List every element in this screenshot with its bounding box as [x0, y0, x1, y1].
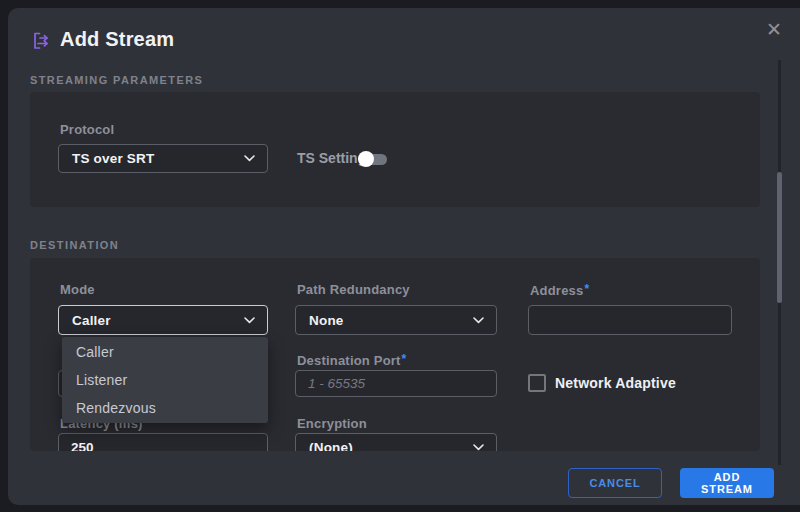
mode-option-listener[interactable]: Listener: [62, 366, 268, 394]
destination-heading: DESTINATION: [30, 239, 119, 251]
add-stream-modal: Add Stream ✕ STREAMING PARAMETERS Protoc…: [8, 8, 800, 505]
toggle-knob: [358, 151, 374, 167]
network-adaptive-checkbox-row[interactable]: Network Adaptive: [528, 374, 676, 392]
chevron-down-icon: [473, 317, 484, 324]
protocol-select[interactable]: TS over SRT: [58, 144, 268, 173]
required-asterisk: *: [402, 352, 407, 366]
protocol-label: Protocol: [60, 122, 114, 137]
close-icon[interactable]: ✕: [762, 18, 786, 42]
required-asterisk: *: [584, 282, 589, 296]
add-stream-button[interactable]: ADD STREAM: [680, 468, 774, 498]
cancel-button[interactable]: CANCEL: [568, 468, 662, 498]
streaming-parameters-heading: STREAMING PARAMETERS: [30, 74, 203, 86]
protocol-value: TS over SRT: [72, 151, 154, 166]
scrollbar-thumb[interactable]: [777, 172, 782, 303]
modal-title: Add Stream: [60, 28, 174, 51]
mode-options-menu: Caller Listener Rendezvous: [62, 337, 268, 423]
address-input[interactable]: [528, 305, 732, 335]
mode-value: Caller: [72, 313, 111, 328]
latency-input[interactable]: [58, 433, 268, 451]
encryption-label: Encryption: [297, 416, 367, 431]
add-stream-icon: [30, 30, 52, 52]
address-label: Address*: [530, 282, 589, 298]
chevron-down-icon: [244, 317, 255, 324]
encryption-select[interactable]: (None): [295, 433, 497, 451]
mode-label: Mode: [60, 282, 95, 297]
network-adaptive-checkbox[interactable]: [528, 374, 546, 392]
destination-port-input[interactable]: [295, 370, 497, 397]
network-adaptive-label: Network Adaptive: [555, 375, 676, 391]
mode-option-rendezvous[interactable]: Rendezvous: [62, 394, 268, 422]
path-redundancy-select[interactable]: None: [295, 305, 497, 335]
streaming-parameters-panel: Protocol TS over SRT TS Settings: [30, 92, 760, 207]
destination-panel: Mode Path Redundancy Address* Caller Non…: [30, 258, 760, 451]
path-redundancy-value: None: [309, 313, 344, 328]
destination-port-label: Destination Port*: [297, 352, 406, 368]
ts-settings-toggle[interactable]: [360, 154, 387, 165]
chevron-down-icon: [244, 155, 255, 162]
path-redundancy-label: Path Redundancy: [297, 282, 410, 297]
chevron-down-icon: [473, 444, 484, 451]
encryption-value: (None): [309, 440, 353, 451]
mode-select[interactable]: Caller: [58, 305, 268, 335]
mode-option-caller[interactable]: Caller: [62, 338, 268, 366]
